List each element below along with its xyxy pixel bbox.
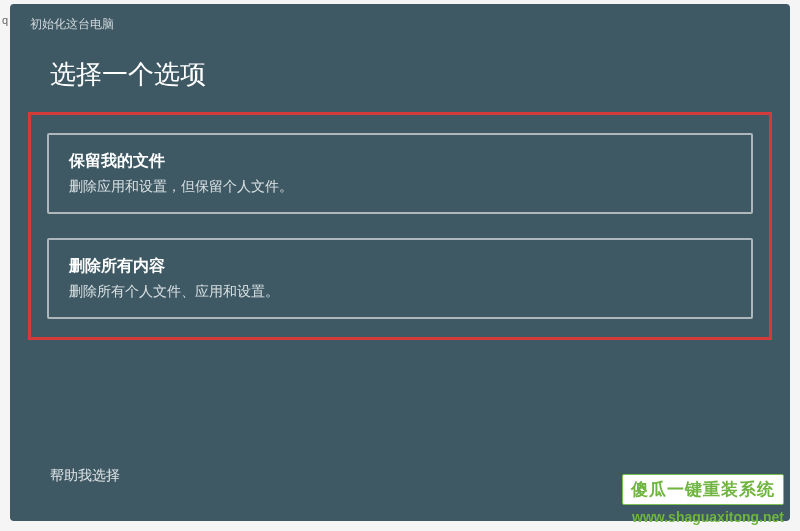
dialog-title: 初始化这台电脑 [10,4,790,39]
option-keep-files[interactable]: 保留我的文件 删除应用和设置，但保留个人文件。 [47,133,753,214]
dialog-heading: 选择一个选项 [10,39,790,112]
watermark-text: 傻瓜一键重装系统 [631,480,775,499]
option-description: 删除所有个人文件、应用和设置。 [69,283,731,301]
option-title: 删除所有内容 [69,256,731,277]
option-title: 保留我的文件 [69,151,731,172]
reset-dialog: 初始化这台电脑 选择一个选项 保留我的文件 删除应用和设置，但保留个人文件。 删… [10,4,790,521]
watermark-badge: 傻瓜一键重装系统 [622,474,784,505]
background-char: q [2,14,8,26]
option-remove-everything[interactable]: 删除所有内容 删除所有个人文件、应用和设置。 [47,238,753,319]
watermark-url: www.shaguaxitong.net [632,509,784,525]
options-highlight: 保留我的文件 删除应用和设置，但保留个人文件。 删除所有内容 删除所有个人文件、… [28,112,772,340]
option-description: 删除应用和设置，但保留个人文件。 [69,178,731,196]
help-me-choose-link[interactable]: 帮助我选择 [50,467,120,485]
